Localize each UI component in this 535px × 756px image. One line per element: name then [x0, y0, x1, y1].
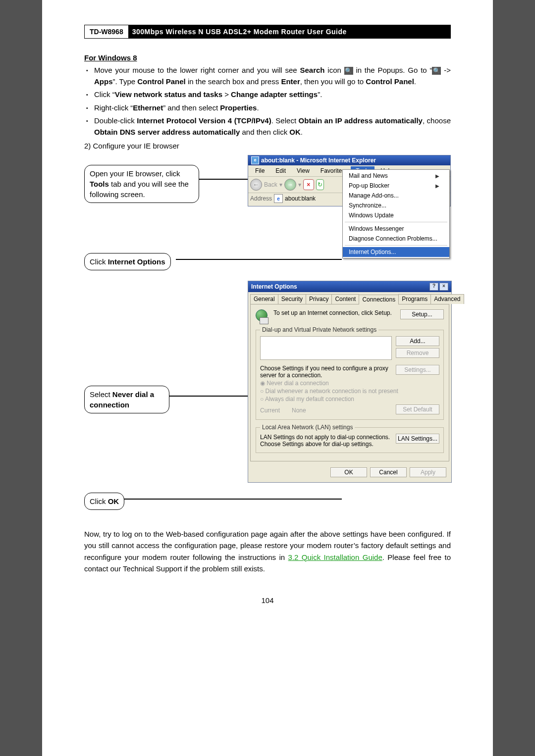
menu-windows-update[interactable]: Windows Update	[343, 210, 449, 220]
text: Open your IE browser, click	[90, 169, 180, 178]
menu-windows-messenger[interactable]: Windows Messenger	[343, 224, 449, 234]
menu-diagnose-connection[interactable]: Diagnose Connection Problems...	[343, 234, 449, 244]
text: , choose	[423, 116, 451, 125]
menu-separator	[345, 245, 447, 246]
refresh-button[interactable]: ↻	[316, 179, 324, 190]
radio-always-dial[interactable]: ○ Always dial my default connection	[260, 396, 439, 403]
lan-fieldset: Local Area Network (LAN) settings LAN Se…	[256, 424, 444, 453]
back-label: Back	[264, 181, 277, 188]
ie-window: e about:blank - Microsoft Internet Explo…	[248, 155, 451, 206]
tab-connections[interactable]: Connections	[359, 295, 399, 304]
set-default-button[interactable]: Set Default	[396, 404, 439, 414]
menu-popup-blocker[interactable]: Pop-up Blocker▶	[343, 181, 449, 191]
callout-lead-line	[169, 396, 249, 397]
win8-step-3: Right-click “Ethernet” and then select P…	[94, 102, 451, 114]
text-bold: Search	[300, 66, 324, 74]
text: ”. Type	[113, 77, 138, 86]
lan-legend: Local Area Network (LAN) settings	[260, 424, 355, 431]
doc-title: 300Mbps Wireless N USB ADSL2+ Modem Rout…	[128, 25, 450, 38]
text-bold: Change adapter settings	[231, 90, 318, 99]
forward-button[interactable]: →	[284, 179, 296, 191]
page-icon: e	[274, 194, 283, 203]
callout-click-internet-options: Click Internet Options	[84, 253, 171, 270]
address-label: Address	[250, 195, 272, 202]
stop-button[interactable]: ×	[303, 179, 314, 190]
text-bold: Obtain DNS server address automatically	[94, 128, 240, 136]
quick-install-link[interactable]: 3.2 Quick Installation Guide	[288, 553, 382, 561]
tab-security[interactable]: Security	[278, 294, 306, 304]
text: >	[222, 90, 231, 99]
proxy-text: Choose Settings if you need to configure…	[260, 365, 392, 379]
lan-text: LAN Settings do not apply to dial-up con…	[260, 434, 392, 448]
callout-lead-line	[176, 259, 342, 260]
section-heading-win8: For Windows 8	[84, 53, 451, 62]
address-value[interactable]: about:blank	[285, 195, 316, 202]
chevron-right-icon: ▶	[435, 173, 439, 179]
text-bold: Properties	[220, 103, 257, 112]
text-bold: View network status and tasks	[115, 90, 222, 99]
text: Click “	[94, 90, 115, 99]
text-bold: Internet Protocol Version 4 (TCP/IPv4)	[137, 116, 271, 125]
radio-never-dial[interactable]: ◉ Never dial a connection	[260, 380, 439, 387]
menu-file[interactable]: File	[250, 166, 269, 175]
text-bold: Internet Options	[108, 257, 165, 266]
add-button[interactable]: Add...	[396, 336, 439, 346]
text: in the Popups. Go to “	[353, 66, 432, 74]
tab-general[interactable]: General	[250, 294, 278, 304]
radio-dial-when-no-net[interactable]: ○ Dial whenever a network connection is …	[260, 388, 439, 395]
dialup-list[interactable]	[260, 336, 392, 360]
internet-options-figure: Select Never dial a connection Click OK …	[84, 281, 451, 508]
text: Right-click “	[94, 103, 133, 112]
cancel-button[interactable]: Cancel	[370, 467, 407, 477]
tab-privacy[interactable]: Privacy	[306, 294, 332, 304]
search-icon: 🔍	[432, 67, 441, 75]
text-bold: Enter	[281, 77, 300, 86]
menu-manage-addons[interactable]: Manage Add-ons...	[343, 191, 449, 201]
closing-paragraph: Now, try to log on to the Web-based conf…	[84, 528, 451, 574]
text-bold: OK	[289, 128, 301, 136]
dialup-legend: Dial-up and Virtual Private Network sett…	[260, 326, 378, 333]
dialog-body: To set up an Internet connection, click …	[250, 304, 449, 461]
apply-button[interactable]: Apply	[410, 467, 446, 477]
step-2-label: 2) Configure your IE browser	[84, 142, 451, 150]
setup-button[interactable]: Setup...	[400, 309, 444, 319]
text: Click	[90, 257, 108, 266]
settings-button[interactable]: Settings...	[396, 365, 439, 375]
product-model: TD-W8968	[85, 25, 128, 38]
menu-edit[interactable]: Edit	[270, 166, 291, 175]
text: Move your mouse to the lower right corne…	[94, 66, 300, 74]
connection-icon	[256, 309, 269, 322]
menu-synchronize[interactable]: Synchronize...	[343, 201, 449, 210]
setup-text: To set up an Internet connection, click …	[273, 309, 396, 316]
text-bold: Control Panel	[137, 77, 186, 86]
lan-settings-button[interactable]: LAN Settings...	[396, 434, 439, 444]
text: Click	[90, 497, 108, 505]
tab-advanced[interactable]: Advanced	[430, 294, 464, 304]
menu-internet-options[interactable]: Internet Options...	[343, 247, 449, 257]
tab-content[interactable]: Content	[331, 294, 359, 304]
text: ->	[441, 66, 451, 74]
text: ” and then select	[163, 103, 220, 112]
menu-view[interactable]: View	[292, 166, 315, 175]
back-button[interactable]: ←	[250, 179, 262, 191]
dialog-title: Internet Options	[251, 283, 297, 290]
callout-lead-line	[199, 179, 249, 180]
help-button[interactable]: ?	[429, 283, 438, 291]
current-connection: CurrentNone	[260, 407, 306, 414]
close-button[interactable]: ×	[439, 283, 448, 291]
menu-mail-and-news[interactable]: Mail and News▶	[343, 171, 449, 181]
ok-button[interactable]: OK	[330, 467, 367, 477]
text-bold: Apps	[94, 77, 113, 86]
page-header: TD-W8968 300Mbps Wireless N USB ADSL2+ M…	[84, 25, 451, 39]
dialog-titlebar: Internet Options ? ×	[248, 281, 451, 292]
win8-steps-list: Move your mouse to the lower right corne…	[84, 65, 451, 138]
internet-options-dialog: Internet Options ? × General Security Pr…	[248, 281, 452, 483]
text: Select	[90, 390, 112, 399]
text: icon	[325, 66, 344, 74]
text-bold: Ethernet	[133, 103, 163, 112]
text-bold: Control Panel	[366, 77, 414, 86]
tab-programs[interactable]: Programs	[398, 294, 431, 304]
ie-titlebar: e about:blank - Microsoft Internet Explo…	[248, 155, 450, 165]
ie-icon: e	[251, 156, 259, 164]
remove-button[interactable]: Remove	[396, 348, 439, 358]
